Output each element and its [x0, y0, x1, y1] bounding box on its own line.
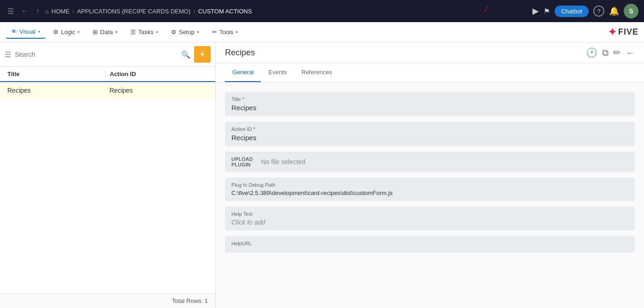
avatar[interactable]: S: [624, 4, 638, 18]
row-title: Recipes: [7, 87, 106, 94]
nav-visual-label: Visual: [19, 28, 35, 35]
data-icon: ⊞: [93, 29, 98, 36]
help-text-value: Click to add: [231, 219, 628, 226]
tasks-caret: ▾: [156, 30, 158, 35]
help-url-field[interactable]: HelpURL: [225, 236, 635, 253]
row-actionid: Recipes: [106, 87, 208, 94]
help-button[interactable]: ?: [593, 6, 604, 17]
back-icon[interactable]: ←: [19, 5, 30, 17]
search-bar: ☰ 🔍 +: [0, 42, 215, 67]
chatbot-button[interactable]: Chatbot: [555, 6, 589, 17]
tab-references[interactable]: References: [294, 63, 339, 82]
help-text-field[interactable]: Help Text Click to add: [225, 207, 635, 231]
upload-label-bot: PLUGIN: [231, 162, 253, 167]
bookmark-button[interactable]: ⚑: [544, 7, 550, 16]
nav-tasks[interactable]: ☰ Tasks ▾: [125, 26, 164, 38]
back-icon[interactable]: ←: [626, 47, 635, 58]
setup-caret: ▾: [197, 30, 199, 35]
main-layout: ☰ 🔍 + Title Action ID Recipes Recipes To…: [0, 42, 644, 308]
right-panel-header: Recipes 🕐 ⧉ ✏ ←: [216, 42, 644, 63]
plugin-debug-path-value: C:\five\2.5.389\development\card-recipes…: [231, 190, 628, 196]
breadcrumb-sep1: ›: [72, 8, 74, 15]
right-panel-title: Recipes: [225, 48, 586, 58]
nav-tools-label: Tools: [219, 29, 233, 36]
tools-icon: ✂: [212, 29, 217, 36]
nav-data-label: Data: [100, 29, 112, 36]
tab-events[interactable]: Events: [261, 63, 294, 82]
copy-icon[interactable]: ⧉: [602, 47, 609, 58]
menu-icon[interactable]: ☰: [6, 5, 16, 18]
help-url-label: HelpURL: [231, 241, 628, 246]
form-area: Title * Recipes Action ID * Recipes UPLO…: [216, 83, 644, 262]
up-icon[interactable]: ↑: [34, 5, 41, 17]
secondary-nav: 👁 Visual ▾ ⚙ Logic ▾ ⊞ Data ▾ ☰ Tasks ▾ …: [0, 22, 644, 42]
nav-logic-label: Logic: [61, 29, 75, 36]
table-header: Title Action ID: [0, 67, 215, 82]
table-footer: Total Rows: 1: [0, 293, 215, 308]
breadcrumb-sep2: ›: [193, 8, 195, 15]
logic-caret: ▾: [77, 30, 80, 35]
upload-value: No file selected: [261, 158, 305, 166]
nav-tools[interactable]: ✂ Tools ▾: [207, 26, 243, 38]
upload-label-block: UPLOAD PLUGIN: [231, 156, 253, 167]
column-header-actionid: Action ID: [106, 71, 208, 77]
left-panel: ☰ 🔍 + Title Action ID Recipes Recipes To…: [0, 42, 216, 308]
five-logo: ✦ FIVE: [608, 26, 638, 38]
upload-plugin-field[interactable]: UPLOAD PLUGIN No file selected: [225, 152, 635, 172]
bell-button[interactable]: 🔔: [609, 6, 619, 16]
search-input[interactable]: [15, 51, 177, 58]
nav-tasks-label: Tasks: [138, 29, 154, 36]
nav-data[interactable]: ⊞ Data ▾: [87, 26, 123, 38]
action-id-field-value: Recipes: [231, 134, 628, 142]
nav-visual[interactable]: 👁 Visual ▾: [6, 25, 46, 39]
title-field-value: Recipes: [231, 104, 628, 112]
setup-icon: ⚙: [171, 29, 177, 36]
add-button[interactable]: +: [194, 46, 211, 63]
home-icon: ⌂: [45, 8, 49, 15]
right-header-icons: 🕐 ⧉ ✏ ←: [586, 47, 635, 58]
visual-caret: ▾: [38, 29, 40, 34]
search-icon[interactable]: 🔍: [181, 50, 190, 59]
play-button[interactable]: ▶: [532, 6, 539, 16]
tabs: General Events References: [216, 63, 644, 83]
five-logo-icon: ✦: [608, 26, 616, 38]
data-caret: ▾: [115, 30, 118, 35]
nav-setup-label: Setup: [179, 29, 195, 36]
breadcrumb-app[interactable]: APPLICATIONS (RECIPE CARDS DEMO): [77, 8, 190, 15]
filter-icon[interactable]: ☰: [5, 50, 11, 59]
top-nav: ☰ ← ↑ ⌂ HOME › APPLICATIONS (RECIPE CARD…: [0, 0, 644, 22]
visual-icon: 👁: [11, 28, 17, 35]
upload-label-top: UPLOAD: [231, 156, 253, 162]
top-nav-right: ▶ ⚑ Chatbot ? 🔔 S: [532, 4, 638, 18]
action-id-field-label: Action ID *: [231, 126, 628, 132]
nav-setup[interactable]: ⚙ Setup ▾: [165, 26, 205, 38]
home-label[interactable]: HOME: [52, 8, 70, 15]
breadcrumb-current[interactable]: CUSTOM ACTIONS: [198, 8, 252, 15]
right-panel: Recipes 🕐 ⧉ ✏ ← General Events Reference…: [216, 42, 644, 308]
breadcrumb: ⌂ HOME › APPLICATIONS (RECIPE CARDS DEMO…: [45, 8, 529, 15]
history-icon[interactable]: 🕐: [586, 47, 597, 58]
tools-caret: ▾: [236, 30, 238, 35]
title-field[interactable]: Title * Recipes: [225, 92, 635, 116]
table-row[interactable]: Recipes Recipes: [0, 82, 215, 99]
five-logo-text: FIVE: [618, 27, 638, 37]
edit-icon[interactable]: ✏: [613, 47, 621, 58]
tasks-icon: ☰: [130, 29, 136, 36]
action-id-field[interactable]: Action ID * Recipes: [225, 122, 635, 146]
tab-general[interactable]: General: [225, 63, 261, 82]
title-field-label: Title *: [231, 96, 628, 102]
nav-logic[interactable]: ⚙ Logic ▾: [47, 26, 85, 38]
logic-icon: ⚙: [53, 29, 59, 36]
help-text-label: Help Text: [231, 211, 628, 217]
plugin-debug-path-label: Plug In Debug Path: [231, 182, 628, 188]
column-header-title: Title: [7, 71, 106, 77]
plugin-debug-path-field[interactable]: Plug In Debug Path C:\five\2.5.389\devel…: [225, 178, 635, 201]
